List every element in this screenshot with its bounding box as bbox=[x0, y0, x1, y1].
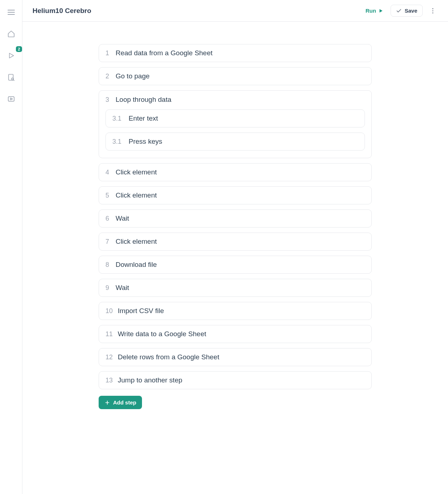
step-label: Go to page bbox=[116, 72, 150, 80]
add-step-label: Add step bbox=[113, 399, 136, 406]
steps-list: 1 Read data from a Google Sheet 2 Go to … bbox=[99, 44, 372, 409]
step-label: Click element bbox=[116, 238, 157, 246]
step-label: Click element bbox=[116, 191, 157, 199]
step-number: 6 bbox=[105, 215, 111, 222]
substep-item[interactable]: 3.1 Press keys bbox=[105, 133, 365, 151]
step-label: Download file bbox=[116, 261, 157, 269]
step-number: 10 bbox=[105, 307, 113, 315]
substep-label: Press keys bbox=[129, 138, 162, 146]
step-label: Click element bbox=[116, 168, 157, 176]
loop-header[interactable]: 3 Loop through data bbox=[105, 96, 365, 104]
step-number: 9 bbox=[105, 284, 111, 292]
page-title: Helium10 Cerebro bbox=[33, 7, 91, 15]
svg-marker-8 bbox=[10, 98, 13, 100]
step-number: 5 bbox=[105, 192, 111, 199]
svg-rect-7 bbox=[8, 97, 14, 101]
step-item[interactable]: 13 Jump to another step bbox=[99, 371, 372, 389]
step-item[interactable]: 2 Go to page bbox=[99, 67, 372, 85]
step-item[interactable]: 4 Click element bbox=[99, 163, 372, 181]
step-label: Import CSV file bbox=[118, 307, 164, 315]
check-icon bbox=[396, 8, 402, 14]
substep-label: Enter text bbox=[129, 114, 158, 122]
svg-point-10 bbox=[432, 8, 434, 9]
save-label: Save bbox=[405, 8, 417, 14]
svg-line-6 bbox=[13, 80, 14, 81]
notification-badge: 2 bbox=[16, 46, 22, 52]
svg-rect-4 bbox=[8, 74, 13, 81]
more-icon[interactable] bbox=[428, 6, 438, 16]
step-item[interactable]: 12 Delete rows from a Google Sheet bbox=[99, 348, 372, 366]
substep-number: 3.1 bbox=[112, 115, 121, 122]
step-label: Wait bbox=[116, 284, 129, 292]
step-item[interactable]: 5 Click element bbox=[99, 186, 372, 204]
play-fill-icon bbox=[378, 8, 383, 13]
step-item[interactable]: 6 Wait bbox=[99, 209, 372, 228]
step-item[interactable]: 7 Click element bbox=[99, 233, 372, 251]
sidebar: 2 bbox=[0, 0, 22, 494]
step-item[interactable]: 10 Import CSV file bbox=[99, 302, 372, 320]
step-number: 2 bbox=[105, 73, 111, 80]
step-number: 7 bbox=[105, 238, 111, 246]
add-step-button[interactable]: Add step bbox=[99, 396, 142, 409]
step-number: 11 bbox=[105, 330, 113, 338]
plus-icon bbox=[104, 400, 110, 406]
svg-point-11 bbox=[432, 10, 434, 11]
step-number: 4 bbox=[105, 169, 111, 176]
step-label: Wait bbox=[116, 214, 129, 222]
run-button[interactable]: Run bbox=[363, 5, 385, 16]
svg-point-12 bbox=[432, 12, 434, 13]
video-icon[interactable] bbox=[5, 93, 17, 105]
step-item[interactable]: 8 Download file bbox=[99, 256, 372, 274]
save-button[interactable]: Save bbox=[391, 5, 423, 17]
menu-icon[interactable] bbox=[5, 6, 17, 18]
step-label: Write data to a Google Sheet bbox=[118, 330, 206, 338]
svg-marker-3 bbox=[9, 53, 14, 58]
loop-children: 3.1 Enter text 3.1 Press keys bbox=[105, 109, 365, 151]
loop-step: 3 Loop through data 3.1 Enter text 3.1 P… bbox=[99, 90, 372, 158]
step-number: 12 bbox=[105, 354, 113, 361]
step-label: Read data from a Google Sheet bbox=[116, 49, 212, 57]
step-number: 1 bbox=[105, 49, 111, 57]
topbar: Helium10 Cerebro Run Save bbox=[22, 0, 448, 22]
step-item[interactable]: 9 Wait bbox=[99, 279, 372, 297]
substep-item[interactable]: 3.1 Enter text bbox=[105, 109, 365, 127]
svg-marker-9 bbox=[379, 9, 382, 12]
step-label: Jump to another step bbox=[118, 376, 182, 384]
step-number: 3 bbox=[105, 96, 111, 104]
step-number: 13 bbox=[105, 377, 113, 384]
step-number: 8 bbox=[105, 261, 111, 269]
home-icon[interactable] bbox=[5, 28, 17, 40]
step-item[interactable]: 11 Write data to a Google Sheet bbox=[99, 325, 372, 343]
play-icon[interactable]: 2 bbox=[5, 50, 17, 61]
step-item[interactable]: 1 Read data from a Google Sheet bbox=[99, 44, 372, 62]
step-label: Loop through data bbox=[116, 96, 171, 104]
substep-number: 3.1 bbox=[112, 138, 121, 146]
document-search-icon[interactable] bbox=[5, 72, 17, 83]
run-label: Run bbox=[366, 8, 376, 14]
step-label: Delete rows from a Google Sheet bbox=[118, 353, 219, 361]
